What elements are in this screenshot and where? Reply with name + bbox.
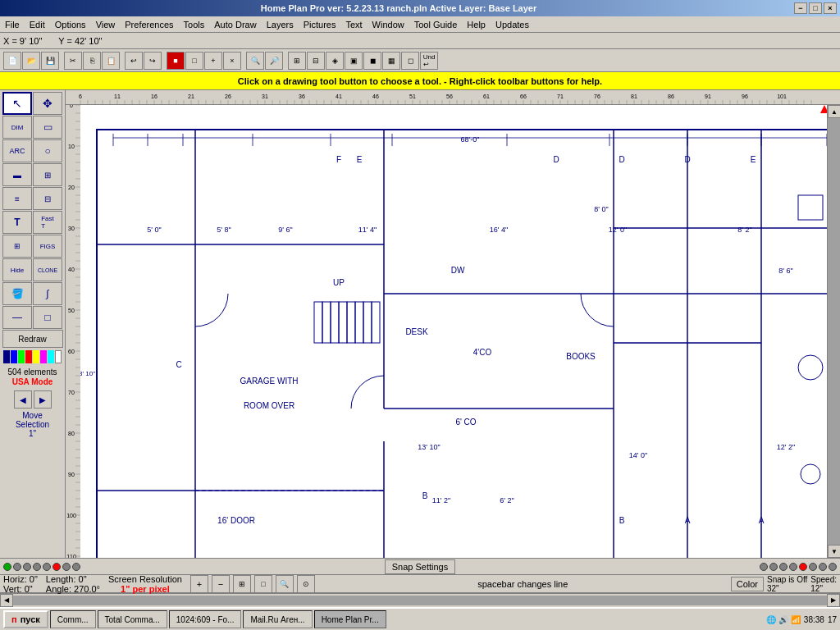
curve-tool[interactable]: ∫: [33, 282, 62, 305]
line-tool[interactable]: —: [2, 306, 32, 329]
tb-zoom1[interactable]: 🔍: [246, 52, 264, 70]
redraw-button[interactable]: Redraw: [2, 330, 63, 348]
hide-tool[interactable]: Hide: [2, 258, 32, 281]
start-button[interactable]: ппуск: [3, 610, 48, 628]
fill-tool[interactable]: 🪣: [2, 282, 32, 305]
fasttext-tool[interactable]: FastT: [33, 211, 62, 234]
snap-dot-3[interactable]: [23, 563, 31, 571]
paste-button[interactable]: 📋: [102, 52, 120, 70]
snap-dot-r6[interactable]: [809, 563, 817, 571]
menu-edit[interactable]: Edit: [25, 18, 50, 31]
snap-dot-r2[interactable]: [769, 563, 778, 571]
menu-options[interactable]: Options: [50, 18, 91, 31]
dim-tool[interactable]: DIM: [2, 116, 32, 139]
taskbar-item-3[interactable]: 1024:609 - Fo...: [169, 610, 242, 628]
tb-tool1[interactable]: ■: [167, 52, 185, 70]
drawing-canvas[interactable]: [80, 105, 827, 558]
text-tool[interactable]: T: [2, 211, 32, 234]
taskbar-item-4[interactable]: Mail.Ru Аген...: [243, 610, 312, 628]
copy-button[interactable]: ⎘: [83, 52, 101, 70]
menu-autodraw[interactable]: Auto Draw: [209, 18, 261, 31]
snap-dot-8[interactable]: [72, 563, 80, 571]
menu-view[interactable]: View: [91, 18, 121, 31]
scroll-right-button[interactable]: ▶: [827, 594, 840, 607]
tb-misc2[interactable]: ⊟: [307, 52, 325, 70]
menu-file[interactable]: File: [0, 18, 25, 31]
snap-dot-r1[interactable]: [760, 563, 768, 571]
menu-preferences[interactable]: Preferences: [120, 18, 178, 31]
menu-layers[interactable]: Layers: [262, 18, 299, 31]
save-button[interactable]: 💾: [41, 52, 59, 70]
undo2-button[interactable]: Und↩: [420, 52, 438, 70]
snap-dot-2[interactable]: [13, 563, 21, 571]
pan-tool[interactable]: ✥: [33, 92, 62, 115]
undo-button[interactable]: ↩: [125, 52, 143, 70]
move-right[interactable]: ▶: [34, 390, 52, 409]
scroll-track[interactable]: [828, 118, 840, 545]
menu-help[interactable]: Help: [462, 18, 491, 31]
snap-dot-r4[interactable]: [789, 563, 797, 571]
taskbar-item-2[interactable]: Total Comma...: [98, 610, 167, 628]
square-tool[interactable]: □: [33, 306, 62, 329]
snap-dot-r8[interactable]: [829, 563, 837, 571]
snap-settings-button[interactable]: Snap Settings: [385, 559, 456, 574]
snap-dot-1[interactable]: [3, 563, 11, 571]
taskbar-item-5[interactable]: Home Plan Pr...: [314, 610, 386, 628]
move-left[interactable]: ◀: [14, 390, 32, 409]
snap-dot-r3[interactable]: [779, 563, 788, 571]
tb-tool3[interactable]: +: [204, 52, 222, 70]
snap-dot-r5[interactable]: [799, 563, 807, 571]
new-button[interactable]: 📄: [3, 52, 21, 70]
select-tool[interactable]: ↖: [2, 92, 32, 115]
pan-view-button[interactable]: □: [254, 575, 272, 593]
scroll-down-button[interactable]: ▼: [828, 545, 840, 558]
clone-tool[interactable]: CLONE: [33, 258, 62, 281]
snap-dot-5[interactable]: [43, 563, 51, 571]
zoom2-button[interactable]: 🔍: [276, 575, 294, 593]
window-tool[interactable]: ⊟: [33, 187, 62, 210]
fit-button[interactable]: ⊞: [233, 575, 251, 593]
snap-dot-6[interactable]: [52, 563, 61, 571]
tb-zoom2[interactable]: 🔎: [265, 52, 283, 70]
wall-tool[interactable]: ▬: [2, 163, 32, 186]
door-tool[interactable]: ⊞: [33, 163, 62, 186]
tb-tool2[interactable]: □: [185, 52, 203, 70]
tb-misc5[interactable]: ◼: [363, 52, 381, 70]
snap-dot-r7[interactable]: [819, 563, 827, 571]
scroll-left-button[interactable]: ◀: [0, 594, 13, 607]
menu-toolguide[interactable]: Tool Guide: [409, 18, 463, 31]
zoom-out-button[interactable]: −: [212, 575, 230, 593]
tb-misc4[interactable]: ▣: [345, 52, 363, 70]
snap-dot-4[interactable]: [33, 563, 41, 571]
tb-tool4[interactable]: ×: [223, 52, 241, 70]
stair-tool[interactable]: ≡: [2, 187, 32, 210]
open-button[interactable]: 📂: [22, 52, 40, 70]
menu-pictures[interactable]: Pictures: [299, 18, 341, 31]
figs-tool[interactable]: FIGS: [33, 235, 62, 258]
close-button[interactable]: ×: [824, 2, 837, 14]
arc-tool[interactable]: ARC: [2, 139, 32, 162]
zoom-in-button[interactable]: +: [190, 575, 208, 593]
cut-button[interactable]: ✂: [64, 52, 82, 70]
tb-misc7[interactable]: ◻: [401, 52, 419, 70]
scroll-up-button[interactable]: ▲: [828, 105, 840, 118]
circle-tool[interactable]: ○: [33, 139, 62, 162]
menu-window[interactable]: Window: [368, 18, 409, 31]
rect-tool[interactable]: ▭: [33, 116, 62, 139]
color-button[interactable]: Color: [731, 577, 764, 591]
menu-updates[interactable]: Updates: [491, 18, 534, 31]
zoom3-button[interactable]: ⊙: [297, 575, 315, 593]
h-scroll-track[interactable]: [13, 596, 827, 605]
tb-misc6[interactable]: ▦: [382, 52, 400, 70]
tb-misc1[interactable]: ⊞: [288, 52, 306, 70]
symbol-tool[interactable]: ⊞: [2, 235, 32, 258]
redo-button[interactable]: ↪: [144, 52, 162, 70]
menu-text[interactable]: Text: [340, 18, 367, 31]
tb-misc3[interactable]: ◈: [326, 52, 344, 70]
snap-dot-7[interactable]: [62, 563, 71, 571]
menu-tools[interactable]: Tools: [179, 18, 210, 31]
minimize-button[interactable]: −: [794, 2, 807, 14]
maximize-button[interactable]: □: [809, 2, 822, 14]
vertical-scrollbar[interactable]: ▲ ▼: [827, 105, 840, 558]
taskbar-item-1[interactable]: Comm...: [50, 610, 96, 628]
